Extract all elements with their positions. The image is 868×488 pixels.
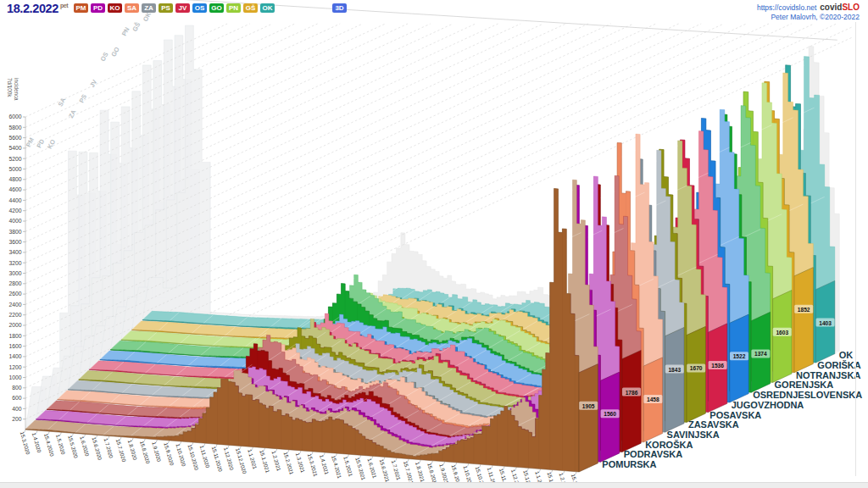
region-label-pomurska: POMURSKA bbox=[602, 459, 656, 469]
svg-text:1.5.2021: 1.5.2021 bbox=[342, 456, 354, 478]
svg-text:1.7.2020: 1.7.2020 bbox=[103, 437, 115, 459]
bottom-scroll-strip[interactable] bbox=[0, 482, 868, 488]
svg-text:3200: 3200 bbox=[8, 260, 21, 266]
svg-text:15.12.2020: 15.12.2020 bbox=[235, 447, 248, 474]
svg-text:1400: 1400 bbox=[8, 353, 21, 359]
region-button-pm[interactable]: PM bbox=[74, 3, 88, 13]
svg-text:1522: 1522 bbox=[733, 353, 746, 359]
region-label-savinjska: SAVINJSKA bbox=[667, 430, 720, 440]
svg-text:1.7.2021: 1.7.2021 bbox=[391, 459, 403, 481]
region-button-os[interactable]: OS bbox=[192, 3, 207, 13]
svg-text:2000: 2000 bbox=[8, 322, 21, 328]
svg-text:600: 600 bbox=[12, 395, 22, 401]
region-label-koroka: KOROŠKA bbox=[645, 440, 693, 450]
svg-text:1.1.2021: 1.1.2021 bbox=[247, 448, 259, 470]
svg-text:15.5.2021: 15.5.2021 bbox=[354, 457, 366, 481]
svg-text:15.2.2021: 15.2.2021 bbox=[283, 452, 295, 476]
author-credit: Peter Malovrh, ©2020-2022 bbox=[757, 13, 860, 22]
svg-text:2400: 2400 bbox=[8, 302, 21, 308]
current-date[interactable]: 18.2.2022pet bbox=[7, 2, 68, 15]
svg-text:15.3.2020: 15.3.2020 bbox=[19, 431, 31, 456]
svg-text:15.9.2020: 15.9.2020 bbox=[163, 442, 175, 467]
region-button-gs[interactable]: GŠ bbox=[243, 3, 258, 13]
region-button-ps[interactable]: PS bbox=[159, 3, 173, 13]
svg-text:4200: 4200 bbox=[8, 208, 21, 214]
svg-text:1536: 1536 bbox=[711, 363, 724, 369]
region-button-sa[interactable]: SA bbox=[125, 3, 139, 13]
wall-label-pd: PD bbox=[35, 137, 46, 149]
svg-text:15.8.2020: 15.8.2020 bbox=[139, 441, 151, 465]
svg-text:15.6.2020: 15.6.2020 bbox=[92, 436, 103, 461]
svg-text:1905: 1905 bbox=[582, 403, 595, 409]
svg-text:4000: 4000 bbox=[8, 218, 21, 224]
region-label-jugovzhodna: JUGOVZHODNA bbox=[732, 400, 804, 410]
region-button-jv[interactable]: JV bbox=[175, 3, 190, 13]
svg-text:1.6.2021: 1.6.2021 bbox=[367, 458, 379, 480]
svg-text:1.8.2021: 1.8.2021 bbox=[415, 461, 426, 483]
svg-text:4800: 4800 bbox=[8, 176, 21, 182]
wall-label-ko: KO bbox=[46, 138, 57, 150]
svg-text:15.10.2020: 15.10.2020 bbox=[187, 444, 200, 471]
region-label-zasavska: ZASAVSKA bbox=[688, 419, 739, 430]
region-button-pn[interactable]: PN bbox=[226, 3, 241, 13]
wall-label-pn: PN bbox=[120, 26, 131, 37]
svg-text:3600: 3600 bbox=[8, 239, 21, 245]
svg-text:1600: 1600 bbox=[8, 343, 21, 349]
mode-3d-button[interactable]: 3D bbox=[332, 3, 347, 13]
svg-text:1843: 1843 bbox=[668, 367, 681, 373]
svg-text:1403: 1403 bbox=[819, 320, 832, 326]
wall-label-os: OS bbox=[99, 51, 110, 63]
svg-text:5000: 5000 bbox=[8, 166, 21, 172]
wall-label-ps: PS bbox=[78, 93, 89, 104]
region-label-posavska: POSAVSKA bbox=[709, 410, 761, 420]
svg-text:5600: 5600 bbox=[8, 135, 21, 141]
svg-text:1.11.2020: 1.11.2020 bbox=[199, 445, 211, 469]
svg-text:1.10.2020: 1.10.2020 bbox=[175, 443, 186, 468]
svg-text:1.2.2021: 1.2.2021 bbox=[270, 450, 282, 472]
svg-text:1.6.2020: 1.6.2020 bbox=[79, 435, 91, 458]
region-button-pd[interactable]: PD bbox=[91, 3, 105, 13]
region-filter-buttons: PMPDKOSAZAPSJVOSGOPNGŠOK bbox=[74, 3, 275, 13]
y-axis: 2004006008001000120014001600180020002200… bbox=[7, 78, 25, 430]
svg-text:1786: 1786 bbox=[626, 390, 638, 396]
svg-text:1000: 1000 bbox=[8, 374, 21, 380]
svg-text:15.3.2021: 15.3.2021 bbox=[307, 453, 319, 478]
svg-text:800: 800 bbox=[12, 385, 22, 391]
svg-text:1560: 1560 bbox=[604, 411, 616, 417]
site-link[interactable]: https://covidslo.net bbox=[757, 3, 816, 12]
svg-text:1.8.2020: 1.8.2020 bbox=[127, 439, 139, 461]
svg-text:1.12.2020: 1.12.2020 bbox=[223, 446, 235, 471]
svg-text:15.1.2021: 15.1.2021 bbox=[259, 449, 270, 474]
svg-text:2600: 2600 bbox=[8, 291, 21, 297]
svg-text:2200: 2200 bbox=[8, 312, 21, 318]
svg-text:15.7.2020: 15.7.2020 bbox=[115, 438, 127, 463]
region-button-ko[interactable]: KO bbox=[108, 3, 122, 13]
svg-text:1.3.2021: 1.3.2021 bbox=[295, 452, 307, 474]
credits-block: https://covidslo.netcovidSLO Peter Malov… bbox=[757, 2, 860, 22]
svg-text:15.5.2020: 15.5.2020 bbox=[67, 435, 79, 459]
svg-text:1.4.2020: 1.4.2020 bbox=[31, 432, 43, 454]
region-button-go[interactable]: GO bbox=[209, 3, 224, 13]
wall-label-gs: GŠ bbox=[131, 21, 142, 33]
region-label-notranjska: NOTRANJSKA bbox=[796, 370, 860, 380]
svg-text:5800: 5800 bbox=[8, 125, 21, 130]
chart-right-border bbox=[855, 22, 856, 476]
region-button-za[interactable]: ZA bbox=[142, 3, 156, 13]
svg-text:1458: 1458 bbox=[647, 396, 659, 402]
region-label-podravska: PODRAVSKA bbox=[624, 449, 683, 459]
svg-text:5400: 5400 bbox=[8, 145, 21, 151]
svg-text:4600: 4600 bbox=[8, 186, 21, 192]
region-button-ok[interactable]: OK bbox=[260, 3, 275, 13]
region-label-ok: OK bbox=[839, 350, 854, 360]
region-label-osrednjeslovenska: OSREDNJESLOVENSKA bbox=[753, 390, 862, 400]
svg-text:1603: 1603 bbox=[776, 330, 788, 336]
svg-text:400: 400 bbox=[12, 406, 22, 412]
svg-text:4400: 4400 bbox=[8, 197, 21, 203]
3d-incidence-chart: PMPDKOSAZAPSJVOSGOPNGŠOK2004006008001000… bbox=[0, 0, 868, 488]
svg-text:1374: 1374 bbox=[754, 351, 767, 357]
svg-text:15.4.2020: 15.4.2020 bbox=[43, 433, 55, 458]
date-text: 18.2.2022 bbox=[7, 2, 58, 15]
svg-text:1200: 1200 bbox=[8, 364, 21, 370]
weekday-label: pet bbox=[60, 3, 68, 8]
svg-text:5200: 5200 bbox=[8, 156, 21, 162]
